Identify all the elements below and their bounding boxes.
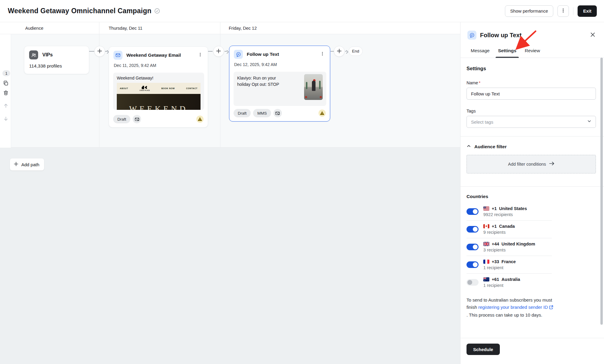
email-preview: Weekend Getaway! ABOUT LOGO PLACE BOOK N…: [113, 73, 204, 110]
country-name: United States: [499, 206, 527, 211]
country-recipients: 9922 recipients: [483, 212, 527, 217]
trash-icon: [3, 90, 9, 97]
move-path-up-button[interactable]: [2, 103, 10, 110]
toolbar-divider: [573, 7, 573, 15]
country-name: United Kingdom: [502, 242, 535, 246]
audience-card[interactable]: VIPs 114,338 profiles: [24, 46, 89, 74]
country-list: +1 United States 9922 recipients +1: [467, 203, 552, 291]
tags-field-label: Tags: [467, 109, 596, 113]
plus-icon: [14, 161, 19, 167]
move-path-down-button[interactable]: [2, 116, 10, 123]
mms-image-thumbnail: [304, 74, 323, 100]
audience-people-icon: [29, 50, 38, 59]
email-card-menu-button[interactable]: [196, 51, 204, 59]
sms-preview: Klaviyo: Run on your holiday Opt out: ST…: [234, 72, 326, 106]
country-name: Canada: [499, 224, 515, 229]
exit-button[interactable]: Exit: [578, 5, 597, 17]
us-flag-icon: [483, 206, 489, 211]
country-toggle-united-states[interactable]: [467, 208, 479, 215]
panel-tabs: Message Settings Review: [461, 48, 604, 58]
country-toggle-france[interactable]: [467, 261, 479, 268]
sms-delivery-icon: [273, 109, 282, 117]
add-step-button[interactable]: [94, 46, 105, 57]
tags-select[interactable]: Select tags: [467, 116, 596, 128]
connector-line: [331, 51, 334, 52]
email-message-card[interactable]: Weekend Getaway Email Dec 11, 2025, 9:42…: [109, 47, 208, 128]
check-circle-icon: [154, 8, 160, 14]
country-code: +44: [492, 242, 499, 246]
schedule-button[interactable]: Schedule: [467, 344, 500, 355]
add-step-button[interactable]: [334, 46, 345, 57]
column-divider: [99, 22, 99, 34]
country-toggle-australia[interactable]: [467, 279, 479, 286]
duplicate-path-button[interactable]: [2, 80, 10, 87]
section-divider: [461, 136, 604, 137]
country-row-australia: +61 Australia 1 recipient: [467, 274, 552, 291]
sms-card-title: Follow up Text: [247, 52, 279, 57]
country-code: +61: [492, 277, 499, 282]
email-logo: LOGO PLACE: [140, 86, 150, 91]
path-tool-rail: 1: [0, 34, 11, 148]
panel-footer: Schedule: [461, 338, 604, 364]
add-filter-conditions-button[interactable]: Add filter conditions: [467, 155, 596, 173]
kebab-icon: [320, 52, 325, 57]
end-node[interactable]: End: [349, 47, 363, 56]
email-card-datetime: Dec 11, 2025, 9:42 AM: [114, 63, 208, 68]
show-performance-button[interactable]: Show performance: [505, 5, 554, 17]
warning-icon: [319, 110, 326, 117]
country-toggle-united-kingdom[interactable]: [467, 244, 479, 250]
chevron-up-icon: [467, 144, 471, 149]
connector-arrow-icon: [346, 50, 348, 55]
country-code: +1: [492, 224, 497, 229]
uk-flag-icon: [483, 242, 489, 246]
chat-bubble-icon: [234, 50, 243, 59]
top-bar: Weekend Getaway Omnichannel Campaign Sho…: [0, 0, 604, 22]
audience-name: VIPs: [42, 52, 53, 58]
campaign-canvas: Audience Thursday, Dec 11 Friday, Dec 12…: [0, 22, 460, 364]
australia-sender-note: To send to Australian subscribers you mu…: [467, 296, 554, 319]
country-recipients: 1 recipient: [483, 265, 516, 270]
message-settings-panel: Follow up Text Message Settings Review S…: [460, 22, 604, 364]
country-recipients: 3 recipients: [483, 248, 535, 252]
path-number-badge: 1: [2, 70, 10, 76]
add-step-button[interactable]: [213, 46, 224, 57]
email-delivery-icon: [133, 115, 141, 123]
branded-sender-id-link[interactable]: registering your branded sender ID: [478, 305, 548, 310]
email-nav-contact: CONTACT: [186, 87, 198, 89]
more-options-button[interactable]: [557, 5, 569, 17]
panel-title: Follow up Text: [480, 32, 522, 39]
audience-filter-toggle[interactable]: Audience filter: [467, 144, 596, 149]
column-divider: [220, 22, 220, 34]
add-path-button[interactable]: Add path: [10, 158, 44, 170]
status-badge: Draft: [234, 109, 251, 117]
external-link-icon: [549, 304, 553, 311]
email-mock: ABOUT LOGO PLACE BOOK NOW CONTACT WEEKEN…: [117, 83, 201, 110]
country-row-france: +33 France 1 recipient: [467, 256, 552, 274]
kebab-icon: [198, 53, 202, 58]
topbar-actions: Show performance Exit: [505, 5, 597, 17]
tab-review[interactable]: Review: [525, 48, 540, 58]
close-panel-button[interactable]: [588, 31, 597, 39]
scrollbar-thumb[interactable]: [600, 58, 603, 325]
country-row-canada: +1 Canada 9 recipients: [467, 221, 552, 238]
tab-message[interactable]: Message: [471, 48, 490, 58]
sms-message-card[interactable]: Follow up Text Dec 12, 2025, 9:42 AM Kla…: [229, 46, 330, 122]
warning-icon: [196, 116, 204, 123]
name-input[interactable]: [467, 88, 596, 100]
tab-settings[interactable]: Settings: [498, 48, 516, 58]
connector-arrow-icon: [227, 50, 229, 55]
sms-card-menu-button[interactable]: [319, 50, 326, 58]
email-icon: [113, 51, 122, 60]
mms-badge: MMS: [253, 109, 271, 117]
close-icon: [590, 32, 595, 38]
sms-message-text: Klaviyo: Run on your holiday Opt out: ST…: [234, 72, 286, 88]
arrow-right-icon: [549, 161, 554, 167]
delete-path-button[interactable]: [2, 90, 10, 97]
column-header-strip: Audience Thursday, Dec 11 Friday, Dec 12: [0, 22, 460, 34]
status-badge: Draft: [113, 115, 130, 123]
connector-line: [208, 51, 213, 52]
arrow-down-icon: [3, 116, 9, 123]
country-row-united-kingdom: +44 United Kingdom 3 recipients: [467, 238, 552, 256]
country-toggle-canada[interactable]: [467, 226, 479, 233]
email-hero-image: WEEKEND: [117, 94, 201, 110]
